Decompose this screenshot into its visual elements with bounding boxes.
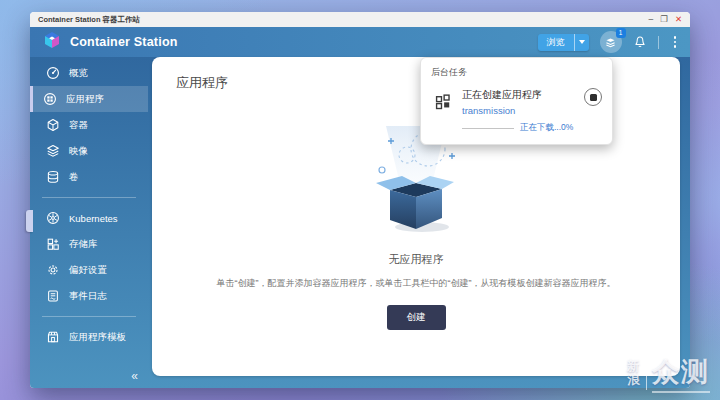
template-icon [46, 330, 60, 344]
stop-task-button[interactable] [584, 88, 602, 106]
background-tasks-title: 后台任务 [431, 66, 602, 79]
sidebar-item-label: 存储库 [69, 238, 98, 251]
sidebar-item-label: 偏好设置 [69, 264, 107, 277]
sidebar-item-volumes[interactable]: 卷 [30, 164, 148, 190]
create-button[interactable]: 创建 [387, 305, 446, 330]
sidebar-item-label: Kubernetes [69, 213, 118, 224]
browse-button-label[interactable]: 浏览 [538, 34, 574, 51]
watermark-divider [646, 358, 648, 390]
gear-icon [46, 263, 60, 277]
volume-icon [46, 170, 60, 184]
task-details: 正在创建应用程序 transmission 正在下载...0% [462, 88, 573, 134]
task-stack-icon [604, 36, 617, 49]
task-status-text: 正在下载...0% [520, 122, 573, 134]
kubernetes-icon [46, 211, 60, 225]
gauge-icon [46, 66, 60, 80]
browse-split-button[interactable]: 浏览 [538, 34, 589, 51]
task-app-link[interactable]: transmission [462, 105, 573, 116]
sidebar-item-containers[interactable]: 容器 [30, 112, 148, 138]
sidebar: 概览 应用程序 容器 [30, 57, 148, 388]
container-station-logo-icon [42, 30, 62, 54]
more-options-icon [674, 36, 677, 39]
titlebar: Container Station 容器工作站 – ❐ ✕ [30, 12, 690, 27]
sidebar-item-app-templates[interactable]: 应用程序模板 [30, 324, 148, 350]
sidebar-divider [42, 316, 136, 317]
background-tasks-popup: 后台任务 正在创建应用程序 transmission 正在下载...0% [420, 57, 613, 145]
sidebar-item-label: 事件日志 [69, 290, 107, 303]
sidebar-item-label: 应用程序模板 [69, 331, 126, 344]
notification-badge: 1 [616, 28, 626, 38]
sidebar-collapse-button[interactable]: « [131, 369, 138, 383]
browse-dropdown-button[interactable] [574, 34, 589, 51]
sidebar-divider [42, 197, 136, 198]
window-edge-handle[interactable] [26, 210, 33, 232]
sidebar-item-overview[interactable]: 概览 [30, 60, 148, 86]
header-divider [658, 36, 659, 49]
sidebar-item-label: 概览 [69, 67, 88, 80]
sidebar-item-applications[interactable]: 应用程序 [30, 86, 148, 112]
task-title: 正在创建应用程序 [462, 88, 573, 102]
sidebar-item-registries[interactable]: 存储库 [30, 231, 148, 257]
container-icon [46, 118, 60, 132]
bell-icon [633, 35, 647, 49]
registry-icon [46, 237, 60, 251]
container-station-window: Container Station 容器工作站 – ❐ ✕ Container … [30, 12, 690, 388]
window-title: Container Station 容器工作站 [38, 15, 140, 25]
empty-state-title: 无应用程序 [389, 252, 444, 267]
watermark: 新浪 众测 [627, 354, 711, 393]
event-log-icon [46, 289, 60, 303]
chevron-down-icon [579, 40, 585, 44]
notifications-bell-button[interactable] [633, 35, 647, 49]
sidebar-item-label: 卷 [69, 171, 79, 184]
sidebar-item-images[interactable]: 映像 [30, 138, 148, 164]
stop-icon [590, 94, 597, 101]
background-tasks-button[interactable]: 1 [600, 31, 622, 53]
sidebar-item-label: 应用程序 [66, 93, 104, 106]
close-button[interactable]: ✕ [675, 15, 682, 24]
empty-state-description: 单击“创建”，配置并添加容器应用程序，或单击工具栏中的“创建”，从现有模板创建新… [177, 276, 655, 291]
sidebar-item-preferences[interactable]: 偏好设置 [30, 257, 148, 283]
sidebar-item-label: 容器 [69, 119, 88, 132]
window-controls: – ❐ ✕ [649, 15, 682, 24]
app-header: Container Station 浏览 1 [30, 27, 690, 57]
watermark-vertical-text: 新浪 [627, 360, 641, 388]
more-options-button[interactable] [670, 34, 681, 50]
sidebar-item-kubernetes[interactable]: Kubernetes [30, 205, 148, 231]
layers-icon [46, 144, 60, 158]
app-title: Container Station [70, 35, 178, 49]
minimize-button[interactable]: – [649, 15, 654, 24]
task-row: 正在创建应用程序 transmission 正在下载...0% [431, 88, 602, 134]
apps-icon [43, 92, 57, 106]
progress-bar [462, 128, 514, 129]
header-actions: 浏览 1 [538, 31, 681, 53]
app-grid-icon [435, 93, 452, 110]
sidebar-item-label: 映像 [69, 145, 88, 158]
sidebar-item-event-logs[interactable]: 事件日志 [30, 283, 148, 309]
watermark-main-text: 众测 [652, 354, 710, 393]
task-progress: 正在下载...0% [462, 122, 573, 134]
maximize-button[interactable]: ❐ [660, 15, 668, 24]
